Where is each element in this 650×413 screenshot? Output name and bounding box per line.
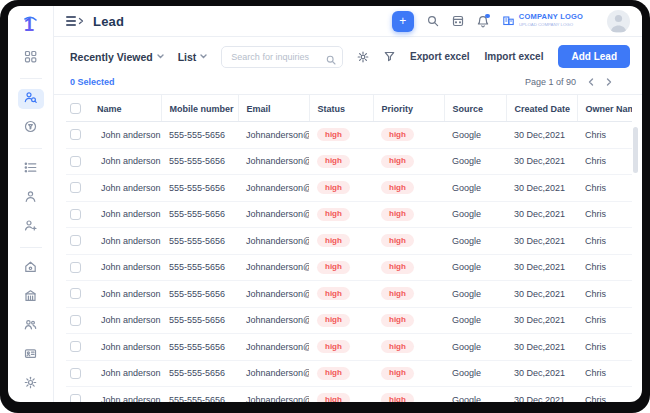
app-logo[interactable]: 1 (21, 14, 41, 36)
sidebar-item-teams[interactable] (18, 316, 44, 336)
status-badge: high (381, 287, 414, 300)
sidebar-item-settings[interactable] (18, 374, 44, 394)
cell-email: Johnanderson@gm... (238, 387, 309, 402)
scrollbar-thumb[interactable] (633, 127, 638, 173)
chevron-down-icon (157, 54, 164, 59)
table-row[interactable]: John anderson555-555-5656Johnanderson@gm… (66, 148, 632, 175)
table-row[interactable]: John anderson555-555-5656Johnanderson@gm… (66, 360, 632, 387)
sidebar-item-home[interactable] (18, 258, 44, 278)
sidebar: 1 (8, 6, 54, 402)
table-row[interactable]: John anderson555-555-5656Johnanderson@gm… (66, 307, 632, 334)
search-icon (326, 51, 336, 69)
column-header-status[interactable]: Status (309, 95, 373, 122)
row-checkbox[interactable] (70, 368, 81, 379)
cell-mobile: 555-555-5656 (161, 360, 238, 387)
cell-name: John anderson (93, 334, 161, 361)
import-excel-button[interactable]: Import excel (485, 51, 544, 62)
cell-source: Google (444, 122, 506, 149)
table-row[interactable]: John anderson555-555-5656Johnanderson@gm… (66, 254, 632, 281)
status-badge: high (381, 314, 414, 327)
cell-owner: Chris (577, 228, 632, 255)
sidebar-item-leads[interactable] (18, 89, 44, 109)
sidebar-item-id-card[interactable] (18, 345, 44, 365)
table-row[interactable]: John anderson555-555-5656Johnanderson@gm… (66, 334, 632, 361)
bell-icon[interactable] (477, 15, 489, 28)
cell-created-date: 30 Dec,2021 (506, 201, 577, 228)
notification-dot (485, 14, 490, 19)
row-checkbox[interactable] (70, 262, 81, 273)
cell-source: Google (444, 175, 506, 202)
quick-add-button[interactable]: + (392, 11, 414, 32)
cell-email: Johnanderson@gm... (238, 307, 309, 334)
row-checkbox-cell (66, 281, 93, 308)
cell-status: high (309, 387, 373, 402)
cell-owner: Chris (577, 148, 632, 175)
row-checkbox[interactable] (70, 129, 81, 140)
cell-priority: high (373, 254, 444, 281)
row-checkbox[interactable] (70, 315, 81, 326)
table-row[interactable]: John anderson555-555-5656Johnanderson@gm… (66, 122, 632, 149)
table-row[interactable]: John anderson555-555-5656Johnanderson@gm… (66, 175, 632, 202)
row-checkbox[interactable] (70, 182, 81, 193)
row-checkbox[interactable] (70, 394, 81, 402)
row-checkbox[interactable] (70, 341, 81, 352)
cell-name: John anderson (93, 148, 161, 175)
prev-page-icon[interactable] (588, 78, 594, 86)
table-row[interactable]: John anderson555-555-5656Johnanderson@gm… (66, 201, 632, 228)
row-checkbox[interactable] (70, 288, 81, 299)
next-page-icon[interactable] (606, 78, 612, 86)
row-checkbox[interactable] (70, 235, 81, 246)
cell-mobile: 555-555-5656 (161, 201, 238, 228)
sidebar-item-dashboard[interactable] (18, 48, 44, 68)
layout-dropdown[interactable]: List (178, 51, 208, 63)
cell-mobile: 555-555-5656 (161, 281, 238, 308)
column-header-mobile-number[interactable]: Mobile number (161, 95, 238, 122)
gear-icon[interactable] (357, 51, 369, 63)
row-checkbox-cell (66, 148, 93, 175)
cell-created-date: 30 Dec,2021 (506, 281, 577, 308)
cell-source: Google (444, 228, 506, 255)
row-checkbox-cell (66, 334, 93, 361)
sidebar-item-organization[interactable] (18, 287, 44, 307)
cell-mobile: 555-555-5656 (161, 387, 238, 402)
table-row[interactable]: John anderson555-555-5656Johnanderson@gm… (66, 228, 632, 255)
cell-priority: high (373, 281, 444, 308)
table-row[interactable]: John anderson555-555-5656Johnanderson@gm… (66, 281, 632, 308)
sidebar-item-deals[interactable] (18, 118, 44, 138)
table-row[interactable]: John anderson555-555-5656Johnanderson@gm… (66, 387, 632, 402)
column-header-email[interactable]: Email (238, 95, 309, 122)
sidebar-toggle-icon[interactable] (66, 16, 84, 25)
table-scrollbar[interactable] (633, 127, 638, 396)
avatar[interactable] (607, 10, 630, 33)
sidebar-item-add-contact[interactable] (18, 217, 44, 237)
column-header-name[interactable]: Name (93, 95, 161, 122)
cell-created-date: 30 Dec,2021 (506, 254, 577, 281)
column-header-owner-name[interactable]: Owner Name (577, 95, 632, 122)
cell-name: John anderson (93, 387, 161, 402)
layout-dropdown-label: List (178, 51, 197, 63)
view-dropdown-label: Recently Viewed (70, 51, 153, 63)
status-badge: high (381, 261, 414, 274)
company-logo-block[interactable]: COMPANY LOGO UPLOAD COMPANY LOGO (502, 12, 594, 30)
view-dropdown[interactable]: Recently Viewed (70, 51, 164, 63)
cell-email: Johnanderson@gm... (238, 360, 309, 387)
column-header-priority[interactable]: Priority (373, 95, 444, 122)
cell-created-date: 30 Dec,2021 (506, 334, 577, 361)
sidebar-item-contacts[interactable] (18, 188, 44, 208)
search-icon[interactable] (427, 15, 439, 27)
filter-funnel-icon[interactable] (384, 51, 395, 62)
row-checkbox[interactable] (70, 156, 81, 167)
search-input[interactable] (221, 46, 343, 68)
contacts-icon (24, 189, 37, 207)
status-badge: high (381, 181, 414, 194)
column-header-created-date[interactable]: Created Date (506, 95, 577, 122)
add-lead-button[interactable]: Add Lead (558, 45, 630, 68)
export-excel-button[interactable]: Export excel (410, 51, 469, 62)
select-all-checkbox[interactable] (70, 103, 81, 114)
row-checkbox[interactable] (70, 209, 81, 220)
apps-box-icon[interactable] (452, 15, 464, 27)
column-header-source[interactable]: Source (444, 95, 506, 122)
id-card-icon (24, 346, 37, 364)
cell-status: high (309, 122, 373, 149)
sidebar-item-tasks[interactable] (18, 159, 44, 179)
